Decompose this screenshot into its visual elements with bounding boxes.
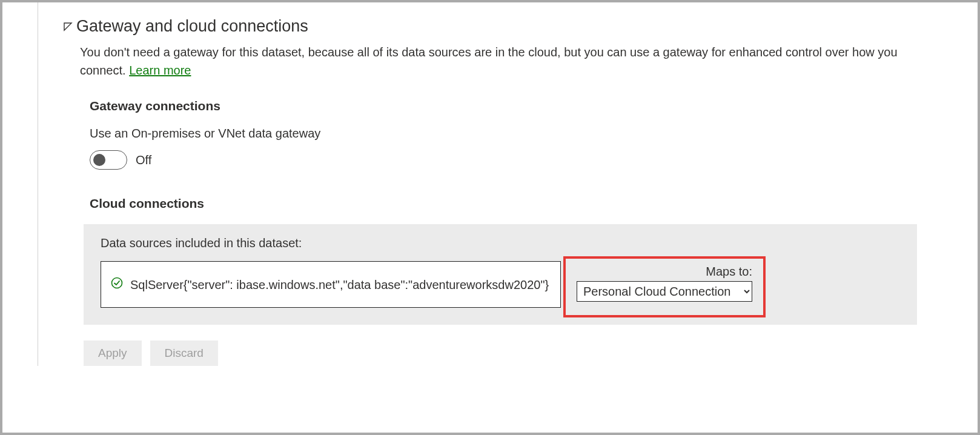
maps-to-label: Maps to:	[706, 265, 752, 279]
gateway-toggle-state: Off	[136, 153, 151, 167]
learn-more-link[interactable]: Learn more	[129, 64, 191, 77]
check-circle-icon	[111, 277, 123, 292]
datasource-row: SqlServer{"server": ibase.windows.net","…	[101, 261, 900, 308]
left-divider	[38, 2, 38, 366]
datasource-text: SqlServer{"server": ibase.windows.net","…	[130, 276, 549, 293]
datasource-box: SqlServer{"server": ibase.windows.net","…	[101, 261, 561, 308]
action-buttons: Apply Discard	[84, 340, 917, 366]
maps-to-select[interactable]: Personal Cloud Connection	[577, 281, 752, 302]
toggle-knob	[93, 154, 105, 166]
section-header[interactable]: Gateway and cloud connections	[63, 17, 917, 36]
description-text: You don't need a gateway for this datase…	[80, 45, 898, 77]
cloud-connections-heading: Cloud connections	[90, 196, 917, 211]
section-description: You don't need a gateway for this datase…	[80, 43, 917, 79]
gateway-connections-heading: Gateway connections	[90, 99, 917, 113]
gateway-toggle[interactable]	[90, 150, 127, 170]
section-title: Gateway and cloud connections	[76, 17, 308, 36]
apply-button[interactable]: Apply	[84, 340, 142, 366]
discard-button[interactable]: Discard	[150, 340, 218, 366]
gateway-toggle-label: Use an On-premises or VNet data gateway	[90, 127, 917, 141]
maps-to-column: Maps to: Personal Cloud Connection	[569, 261, 760, 308]
svg-point-0	[112, 278, 122, 288]
collapse-triangle-icon[interactable]	[63, 22, 73, 32]
datasources-title: Data sources included in this dataset:	[101, 236, 900, 250]
cloud-connections-panel: Data sources included in this dataset: S…	[84, 224, 917, 325]
